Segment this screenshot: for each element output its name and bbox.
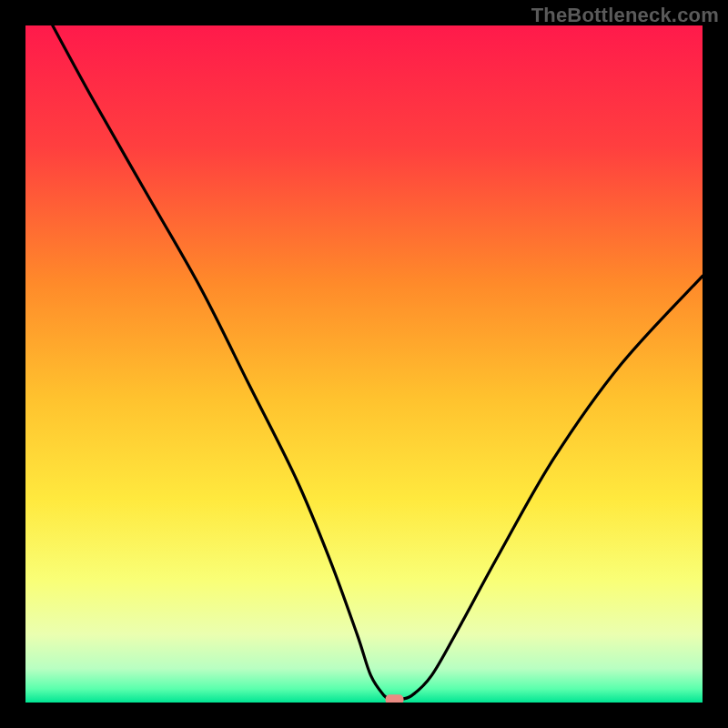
watermark-text: TheBottleneck.com bbox=[531, 4, 719, 27]
chart-frame: TheBottleneck.com bbox=[0, 0, 728, 728]
plot-area bbox=[25, 25, 703, 703]
gradient-background bbox=[25, 25, 703, 703]
chart-svg bbox=[25, 25, 703, 703]
optimum-marker bbox=[386, 694, 404, 703]
